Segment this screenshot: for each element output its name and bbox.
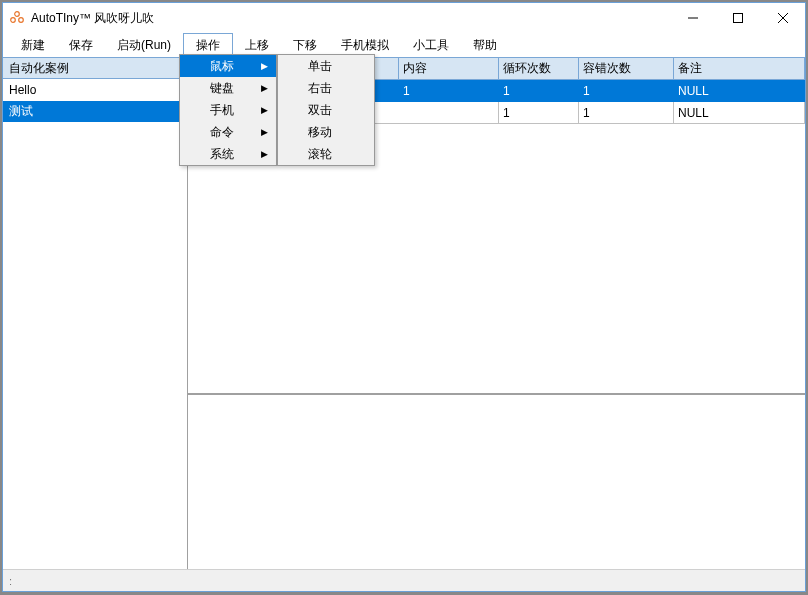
sidebar-header[interactable]: 自动化案例 bbox=[3, 57, 187, 79]
menu-save[interactable]: 保存 bbox=[57, 33, 105, 57]
dd-phone[interactable]: 手机▶ bbox=[180, 99, 276, 121]
cell[interactable]: NULL bbox=[674, 80, 805, 102]
cell[interactable]: 1 bbox=[579, 102, 674, 124]
svg-rect-4 bbox=[733, 14, 742, 23]
menu-new[interactable]: 新建 bbox=[9, 33, 57, 57]
cell[interactable]: 1 bbox=[499, 80, 579, 102]
titlebar[interactable]: AutoTIny™ 风吹呀儿吹 bbox=[3, 3, 805, 33]
dd-label: 滚轮 bbox=[308, 146, 332, 163]
chevron-right-icon: ▶ bbox=[261, 61, 268, 71]
window-title: AutoTIny™ 风吹呀儿吹 bbox=[31, 10, 670, 27]
content-area: 自动化案例 Hello 测试 内容 循环次数 容错次数 bbox=[3, 57, 805, 569]
dd-doubleclick[interactable]: 双击 bbox=[278, 99, 374, 121]
dd-label: 鼠标 bbox=[210, 58, 234, 75]
dd-label: 键盘 bbox=[210, 80, 234, 97]
maximize-button[interactable] bbox=[715, 3, 760, 33]
cell[interactable]: NULL bbox=[674, 102, 805, 124]
dd-label: 移动 bbox=[308, 124, 332, 141]
dd-click[interactable]: 单击 bbox=[278, 55, 374, 77]
dd-label: 双击 bbox=[308, 102, 332, 119]
col-content[interactable]: 内容 bbox=[399, 58, 499, 80]
cell[interactable]: 1 bbox=[399, 80, 499, 102]
menu-help[interactable]: 帮助 bbox=[461, 33, 509, 57]
dd-command[interactable]: 命令▶ bbox=[180, 121, 276, 143]
dropdown-operate: 鼠标▶ 键盘▶ 手机▶ 命令▶ 系统▶ bbox=[179, 54, 277, 166]
svg-point-2 bbox=[19, 18, 24, 23]
statusbar: : bbox=[3, 569, 805, 591]
dd-wheel[interactable]: 滚轮 bbox=[278, 143, 374, 165]
col-loop[interactable]: 循环次数 bbox=[499, 58, 579, 80]
sidebar: 自动化案例 Hello 测试 bbox=[3, 57, 188, 569]
svg-point-1 bbox=[11, 18, 16, 23]
sidebar-item-hello[interactable]: Hello bbox=[3, 79, 187, 101]
minimize-button[interactable] bbox=[670, 3, 715, 33]
dd-label: 单击 bbox=[308, 58, 332, 75]
col-tolerance[interactable]: 容错次数 bbox=[579, 58, 674, 80]
dd-label: 命令 bbox=[210, 124, 234, 141]
cell[interactable]: 1 bbox=[579, 80, 674, 102]
dropdown-mouse-sub: 单击 右击 双击 移动 滚轮 bbox=[277, 54, 375, 166]
chevron-right-icon: ▶ bbox=[261, 83, 268, 93]
dd-system[interactable]: 系统▶ bbox=[180, 143, 276, 165]
bottom-panel bbox=[188, 394, 805, 569]
menubar: 新建 保存 启动(Run) 操作 上移 下移 手机模拟 小工具 帮助 bbox=[3, 33, 805, 57]
chevron-right-icon: ▶ bbox=[261, 149, 268, 159]
close-button[interactable] bbox=[760, 3, 805, 33]
cell[interactable]: 1 bbox=[499, 102, 579, 124]
app-icon bbox=[9, 10, 25, 26]
status-text: : bbox=[9, 575, 12, 587]
svg-point-0 bbox=[15, 12, 20, 17]
chevron-right-icon: ▶ bbox=[261, 105, 268, 115]
sidebar-item-test[interactable]: 测试 bbox=[3, 101, 187, 123]
dd-label: 手机 bbox=[210, 102, 234, 119]
dd-mouse[interactable]: 鼠标▶ bbox=[180, 55, 276, 77]
dd-label: 右击 bbox=[308, 80, 332, 97]
dd-label: 系统 bbox=[210, 146, 234, 163]
dd-keyboard[interactable]: 键盘▶ bbox=[180, 77, 276, 99]
app-window: AutoTIny™ 风吹呀儿吹 新建 保存 启动(Run) 操作 上移 下移 手… bbox=[2, 2, 806, 592]
dd-rightclick[interactable]: 右击 bbox=[278, 77, 374, 99]
dd-move[interactable]: 移动 bbox=[278, 121, 374, 143]
chevron-right-icon: ▶ bbox=[261, 127, 268, 137]
menu-run[interactable]: 启动(Run) bbox=[105, 33, 183, 57]
col-remark[interactable]: 备注 bbox=[674, 58, 805, 80]
menu-tools[interactable]: 小工具 bbox=[401, 33, 461, 57]
